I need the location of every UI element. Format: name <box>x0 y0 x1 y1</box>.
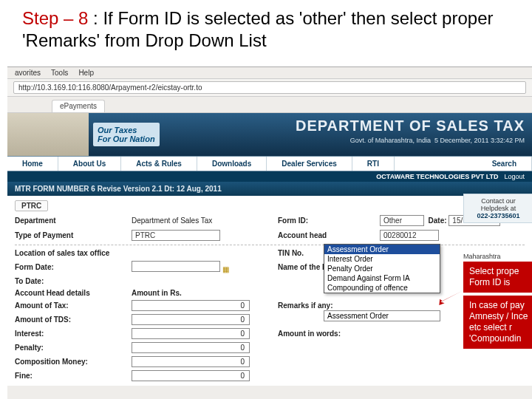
interest-field[interactable]: 0 <box>132 328 250 339</box>
department-label: Department <box>15 216 126 225</box>
tds-field[interactable]: 0 <box>132 314 250 325</box>
callout-select-proper: Select prope Form ID is <box>463 262 532 293</box>
help-phone: 022-23735601 <box>467 212 530 219</box>
banner-slogan: Our Taxes For Our Nation <box>93 123 160 146</box>
calendar-icon[interactable]: ▦ <box>222 265 229 273</box>
menu-tools[interactable]: Tools <box>51 69 68 77</box>
comp-label: Composition Money: <box>15 358 126 366</box>
menu-help[interactable]: Help <box>78 69 94 77</box>
c1l1: Select prope <box>469 266 531 277</box>
dropdown-option-assessment[interactable]: Assessment Order <box>324 245 440 254</box>
amthead-rs: Amount in Rs. <box>132 289 272 297</box>
department-value: Department of Sales Tax <box>132 216 272 225</box>
remarks-select[interactable]: Assessment Order <box>324 310 440 321</box>
dropdown-option-interest[interactable]: Interest Order <box>324 254 440 264</box>
amtwords-label: Amount in words: <box>278 330 359 338</box>
helpdesk-box: Contact our Helpdesk at 022-23735601 <box>463 194 532 223</box>
todate-label: To Date: <box>15 277 126 285</box>
type-field[interactable]: PTRC <box>132 230 220 241</box>
c2l3: etc select r <box>469 322 531 333</box>
sub-left: Govt. of Maharashtra, India <box>350 137 431 144</box>
tab-epayments[interactable]: ePayments <box>52 100 105 112</box>
accthead-label: Account head <box>278 231 374 239</box>
remarks-dropdown[interactable]: Assessment Order Interest Order Penalty … <box>324 244 440 293</box>
nav-downloads[interactable]: Downloads <box>197 157 267 171</box>
ptrc-chip: PTRC <box>15 200 48 211</box>
slogan-line1: Our Taxes <box>98 126 155 134</box>
nav-about[interactable]: About Us <box>58 157 121 171</box>
type-label: Type of Payment <box>15 231 126 239</box>
c2l4: 'Compoundin <box>469 333 531 344</box>
amthead-details: Account Head details <box>15 289 126 297</box>
url-field[interactable]: http://10.3.169.10:116.8080/Arpayment-r2… <box>13 81 526 94</box>
arrow-annotation <box>436 290 464 306</box>
interest-label: Interest: <box>15 330 126 338</box>
site-title: DEPARTMENT OF SALES TAX <box>296 117 525 134</box>
region-text: Maharashtra <box>463 251 532 262</box>
c2l2: Amnesty / Ince <box>469 311 531 322</box>
slogan-line2: For Our Nation <box>98 134 155 143</box>
browser-window: avorites Tools Help http://10.3.169.10:1… <box>7 66 532 399</box>
sub-right: 5 December, 2011 3:32:42 PM <box>434 137 525 144</box>
fine-field[interactable]: 0 <box>132 370 250 381</box>
c1l2: Form ID is <box>469 277 531 288</box>
fine-label: Fine: <box>15 372 126 380</box>
form-title-bar: MTR FORM NUMBER 6 Revise Version 2.1 Dt:… <box>7 182 532 196</box>
nav-search[interactable]: Search <box>477 157 532 171</box>
right-column: Contact our Helpdesk at 022-23735601 Mah… <box>463 194 532 349</box>
date-label: Date: <box>429 216 447 225</box>
callout-compounding: In case of pay Amnesty / Ince etc select… <box>463 296 532 349</box>
formdate-field[interactable] <box>132 261 220 272</box>
browser-menubar: avorites Tools Help <box>7 67 532 79</box>
accthead-field: 00280012 <box>380 230 439 241</box>
formid-label: Form ID: <box>278 216 374 225</box>
loc-label: Location of sales tax office <box>15 249 126 257</box>
tds-label: Amount of TDS: <box>15 316 126 324</box>
dropdown-option-penalty[interactable]: Penalty Order <box>324 264 440 273</box>
penalty-field[interactable]: 0 <box>132 342 250 353</box>
step-prefix: Step – 8 <box>22 8 88 28</box>
address-bar: http://10.3.169.10:116.8080/Arpayment-r2… <box>7 79 532 97</box>
nav-home[interactable]: Home <box>7 157 58 171</box>
site-subtitle: Govt. of Maharashtra, India 5 December, … <box>350 137 525 144</box>
nav-rti[interactable]: RTI <box>352 157 395 171</box>
site-banner: Our Taxes For Our Nation DEPARTMENT OF S… <box>7 113 532 156</box>
main-nav: Home About Us Acts & Rules Downloads Dea… <box>7 156 532 171</box>
slide-title: Step – 8 : If Form ID is selected as 'ot… <box>0 0 532 58</box>
nav-acts[interactable]: Acts & Rules <box>121 157 197 171</box>
tab-bar: ePayments <box>7 97 532 113</box>
nav-spacer <box>395 157 477 171</box>
logout-link[interactable]: Logout <box>504 173 525 180</box>
penalty-label: Penalty: <box>15 344 126 352</box>
user-name: OCTAWARE TECHNOLOGIES PVT LTD <box>376 173 498 180</box>
user-bar: OCTAWARE TECHNOLOGIES PVT LTD Logout <box>7 171 532 182</box>
dropdown-option-compounding[interactable]: Compounding of offence <box>324 283 440 293</box>
title-rest: : If Form ID is selected as 'other' then… <box>22 8 493 50</box>
menu-favorites[interactable]: avorites <box>15 69 41 77</box>
divider <box>15 245 525 245</box>
c2l1: In case of pay <box>469 300 531 311</box>
tax-label: Amount of Tax: <box>15 301 126 310</box>
formdate-label: Form Date: <box>15 263 126 271</box>
nav-dealer[interactable]: Dealer Services <box>267 157 352 171</box>
comp-field[interactable]: 0 <box>132 356 250 367</box>
help-l2: Helpdesk at <box>481 205 516 212</box>
formid-select[interactable]: Other <box>380 215 424 226</box>
dropdown-option-demand[interactable]: Demand Against Form IA <box>324 273 440 283</box>
banner-portrait <box>7 113 89 156</box>
remarks-label: Remarks if any: <box>278 301 359 310</box>
help-l1: Contact our <box>481 197 516 205</box>
tax-field[interactable]: 0 <box>132 300 250 311</box>
